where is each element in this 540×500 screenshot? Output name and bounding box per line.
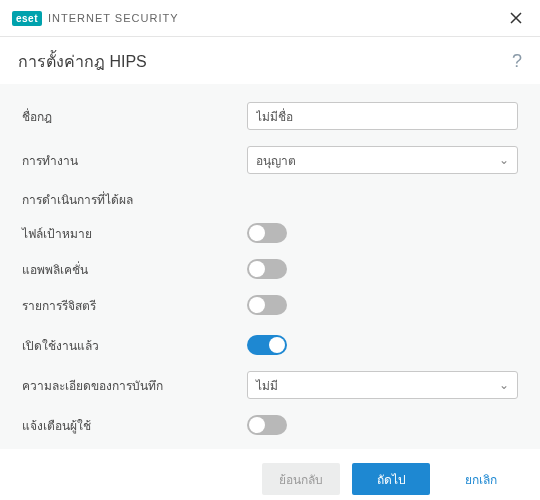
brand-badge: eset [12, 11, 42, 26]
action-select[interactable]: อนุญาต ⌄ [247, 146, 518, 174]
rule-name-input[interactable] [247, 102, 518, 130]
close-icon [510, 12, 522, 24]
registry-toggle[interactable] [247, 295, 287, 315]
enabled-label: เปิดใช้งานแล้ว [22, 336, 247, 355]
row-action: การทำงาน อนุญาต ⌄ [22, 146, 518, 174]
titlebar: eset INTERNET SECURITY [0, 0, 540, 37]
applications-toggle[interactable] [247, 259, 287, 279]
page-title: การตั้งค่ากฎ HIPS [18, 49, 147, 74]
row-target-files: ไฟล์เป้าหมาย [22, 223, 518, 243]
enabled-toggle[interactable] [247, 335, 287, 355]
next-button[interactable]: ถัดไป [352, 463, 430, 495]
dialog-header: การตั้งค่ากฎ HIPS ? [0, 37, 540, 84]
row-notify: แจ้งเตือนผู้ใช้ [22, 415, 518, 435]
brand-text: INTERNET SECURITY [48, 12, 178, 24]
row-applications: แอพพลิเคชั่น [22, 259, 518, 279]
action-label: การทำงาน [22, 151, 247, 170]
close-button[interactable] [504, 6, 528, 30]
operations-section-label: การดำเนินการที่ได้ผล [22, 190, 518, 209]
row-rule-name: ชื่อกฎ [22, 102, 518, 130]
chevron-down-icon: ⌄ [499, 153, 509, 167]
target-files-toggle[interactable] [247, 223, 287, 243]
back-button: ย้อนกลับ [262, 463, 340, 495]
action-select-value: อนุญาต [256, 151, 296, 170]
row-registry: รายการรีจิสตรี [22, 295, 518, 315]
rule-name-label: ชื่อกฎ [22, 107, 247, 126]
notify-toggle[interactable] [247, 415, 287, 435]
registry-label: รายการรีจิสตรี [22, 296, 247, 315]
log-detail-select-value: ไม่มี [256, 376, 278, 395]
notify-label: แจ้งเตือนผู้ใช้ [22, 416, 247, 435]
cancel-button[interactable]: ยกเลิก [442, 463, 520, 495]
dialog-footer: ย้อนกลับ ถัดไป ยกเลิก [0, 449, 540, 500]
log-detail-label: ความละเอียดของการบันทึก [22, 376, 247, 395]
form-content: ชื่อกฎ การทำงาน อนุญาต ⌄ การดำเนินการที่… [0, 84, 540, 449]
chevron-down-icon: ⌄ [499, 378, 509, 392]
help-button[interactable]: ? [512, 51, 522, 72]
applications-label: แอพพลิเคชั่น [22, 260, 247, 279]
row-log-detail: ความละเอียดของการบันทึก ไม่มี ⌄ [22, 371, 518, 399]
log-detail-select[interactable]: ไม่มี ⌄ [247, 371, 518, 399]
target-files-label: ไฟล์เป้าหมาย [22, 224, 247, 243]
app-logo: eset INTERNET SECURITY [12, 11, 179, 26]
row-enabled: เปิดใช้งานแล้ว [22, 335, 518, 355]
